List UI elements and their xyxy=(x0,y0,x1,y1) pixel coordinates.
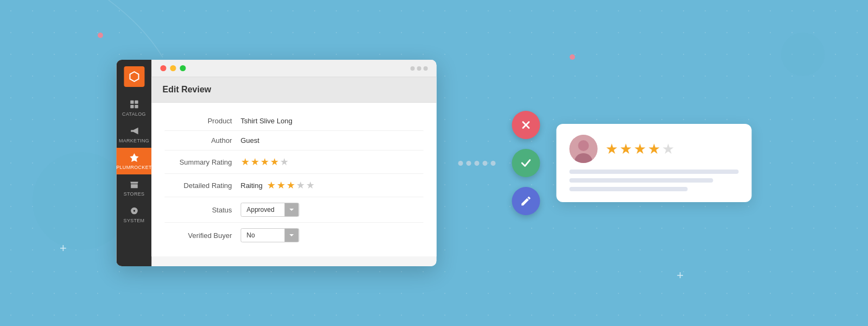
sidebar-catalog-label: CATALOG xyxy=(122,111,146,117)
edit-review-header: Edit Review xyxy=(152,77,437,103)
connector-dot-2 xyxy=(467,161,471,166)
form-table: Product Tshirt Slive Long Author Guest xyxy=(152,103,437,256)
traffic-light-green[interactable] xyxy=(180,65,186,71)
label-status: Status xyxy=(165,206,241,214)
form-row-status: Status Approved xyxy=(165,197,424,223)
form-row-summary-rating: Summary Rating ★ ★ ★ ★ ★ xyxy=(165,151,424,174)
traffic-light-red[interactable] xyxy=(161,65,167,71)
reviewer-avatar xyxy=(570,135,598,163)
stores-icon xyxy=(129,179,139,190)
star-2: ★ xyxy=(251,156,259,168)
plumrocket-icon xyxy=(129,152,139,163)
approve-button[interactable] xyxy=(512,149,540,177)
status-dropdown[interactable]: Approved xyxy=(241,203,299,217)
window-dot-1 xyxy=(411,66,415,71)
review-card-top: ★ ★ ★ ★ ★ xyxy=(570,135,739,163)
bg-plus-1: + xyxy=(60,241,67,255)
sidebar-stores-label: STORES xyxy=(124,191,145,197)
verified-buyer-text: No xyxy=(241,229,285,242)
connector-dot-5 xyxy=(491,161,496,166)
edit-button[interactable] xyxy=(512,187,540,215)
form-row-detailed-rating: Detailed Rating Raiting ★ ★ ★ ★ ★ xyxy=(165,174,424,197)
svg-marker-6 xyxy=(290,234,294,236)
star-5: ★ xyxy=(280,156,289,168)
chevron-down-icon-2 xyxy=(289,233,295,238)
pencil-icon xyxy=(520,195,532,207)
action-buttons xyxy=(512,111,540,215)
window-titlebar xyxy=(152,60,437,77)
value-status: Approved xyxy=(241,203,299,217)
dstar-5: ★ xyxy=(306,179,315,191)
bg-plus-2: + xyxy=(676,268,684,283)
review-star-5: ★ xyxy=(662,141,674,158)
status-dropdown-arrow[interactable] xyxy=(285,203,299,216)
sidebar-item-plumrocket[interactable]: PLUMROCKET xyxy=(117,148,152,174)
edit-review-title: Edit Review xyxy=(163,85,212,94)
edit-review-panel: Edit Review Product Tshirt Slive Long xyxy=(152,77,437,256)
label-author: Author xyxy=(165,136,241,145)
review-star-4: ★ xyxy=(648,141,660,158)
value-author: Guest xyxy=(241,136,260,145)
dstar-4: ★ xyxy=(296,179,305,191)
review-lines xyxy=(570,170,739,191)
value-summary-rating: ★ ★ ★ ★ ★ xyxy=(241,156,289,168)
label-summary-rating: Summary Rating xyxy=(165,158,241,166)
svg-rect-0 xyxy=(130,101,133,104)
svg-marker-5 xyxy=(290,209,294,211)
sidebar-item-catalog[interactable]: CATALOG xyxy=(117,95,152,121)
reject-button[interactable] xyxy=(512,111,540,139)
value-product: Tshirt Slive Long xyxy=(241,117,292,125)
magento-logo-icon xyxy=(127,70,141,83)
check-icon xyxy=(520,157,532,169)
verified-buyer-dropdown-arrow[interactable] xyxy=(285,229,299,242)
bg-circle-right xyxy=(781,33,825,76)
detailed-rating-stars: ★ ★ ★ ★ ★ xyxy=(267,179,315,191)
sidebar-item-marketing[interactable]: MARKETING xyxy=(117,121,152,148)
svg-point-10 xyxy=(578,140,589,151)
avatar-svg xyxy=(570,135,598,163)
dstar-1: ★ xyxy=(267,179,276,191)
connector-dot-3 xyxy=(475,161,480,166)
dstar-2: ★ xyxy=(277,179,285,191)
sidebar-item-stores[interactable]: STORES xyxy=(117,174,152,201)
label-product: Product xyxy=(165,117,241,125)
svg-rect-3 xyxy=(135,105,138,108)
svg-rect-1 xyxy=(135,101,138,104)
star-4: ★ xyxy=(270,156,279,168)
content-area: Edit Review Product Tshirt Slive Long xyxy=(152,60,437,266)
svg-rect-2 xyxy=(130,105,133,108)
catalog-icon xyxy=(129,99,139,110)
form-row-product: Product Tshirt Slive Long xyxy=(165,111,424,131)
value-detailed-rating: Raiting ★ ★ ★ ★ ★ xyxy=(241,179,315,191)
review-line-2 xyxy=(570,178,713,183)
marketing-icon xyxy=(129,126,139,136)
chevron-down-icon xyxy=(289,207,295,212)
label-detailed-rating: Detailed Rating xyxy=(165,181,241,190)
verified-buyer-dropdown[interactable]: No xyxy=(241,228,299,242)
connector-dot-4 xyxy=(483,161,488,166)
dots-connector xyxy=(458,161,496,166)
sidebar-system-label: SYSTEM xyxy=(124,218,145,223)
magento-logo xyxy=(124,66,144,87)
label-verified-buyer: Verified Buyer xyxy=(165,231,241,240)
x-icon xyxy=(520,119,532,131)
window-dot-2 xyxy=(417,66,422,71)
form-row-verified-buyer: Verified Buyer No xyxy=(165,223,424,248)
sidebar-item-system[interactable]: SYSTEM xyxy=(117,201,152,228)
right-section: ★ ★ ★ ★ ★ xyxy=(458,111,752,215)
form-row-author: Author Guest xyxy=(165,131,424,151)
review-star-2: ★ xyxy=(620,141,632,158)
value-verified-buyer: No xyxy=(241,228,299,242)
window-dots xyxy=(411,66,428,71)
main-container: CATALOG MARKETING PLUMROCKET STORES xyxy=(117,60,752,266)
review-card-stars: ★ ★ ★ ★ ★ xyxy=(605,141,674,158)
bg-dot-pink-1 xyxy=(98,33,103,38)
bg-dot-pink-2 xyxy=(570,54,575,60)
sidebar-marketing-label: MARKETING xyxy=(119,138,149,143)
bg-circle-left xyxy=(33,152,130,250)
connector-dot-1 xyxy=(458,161,463,166)
review-line-3 xyxy=(570,187,688,191)
review-line-1 xyxy=(570,170,739,174)
review-star-1: ★ xyxy=(605,141,618,158)
traffic-light-yellow[interactable] xyxy=(170,65,176,71)
